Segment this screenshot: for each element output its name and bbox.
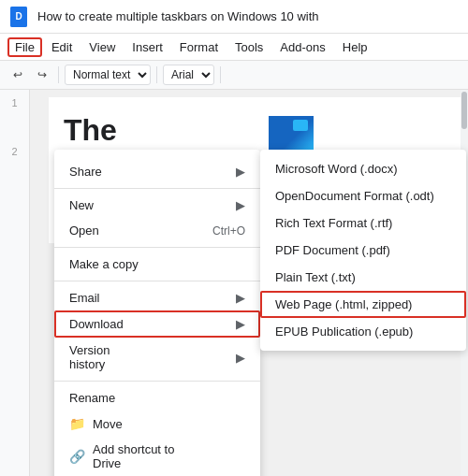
download-docx[interactable]: Microsoft Word (.docx) <box>260 155 466 182</box>
line-number-1: 1 <box>11 97 17 108</box>
undo-button[interactable]: ↩ <box>7 65 28 84</box>
download-pdf[interactable]: PDF Document (.pdf) <box>260 237 466 264</box>
file-menu-section-copy: Make a copy <box>54 248 260 281</box>
windows-club-logo <box>269 116 314 150</box>
document-title: How to create multiple taskbars on Windo… <box>37 9 319 23</box>
open-shortcut: Ctrl+O <box>212 224 245 238</box>
menu-help[interactable]: Help <box>335 37 375 57</box>
main-area: 1 2 The WindowsClub When we perform mult… <box>0 90 468 476</box>
file-menu-section-move: Rename 📁 Move 🔗 Add shortcut toDrive 🗑 M… <box>54 382 260 476</box>
download-arrow: ▶ <box>236 317 245 331</box>
file-menu-new[interactable]: New ▶ <box>54 193 260 218</box>
menu-addons[interactable]: Add-ons <box>272 37 332 57</box>
download-html[interactable]: Web Page (.html, zipped) <box>260 291 466 318</box>
move-icon: 📁 <box>69 416 85 431</box>
new-arrow: ▶ <box>236 198 245 212</box>
toolbar-divider-1 <box>58 66 59 83</box>
version-arrow: ▶ <box>236 351 245 365</box>
file-menu-version-history[interactable]: Versionhistory ▶ <box>54 338 260 377</box>
menu-format[interactable]: Format <box>172 37 226 57</box>
scroll-thumb[interactable] <box>461 92 467 129</box>
file-menu: Share ▶ New ▶ Open Ctrl+O Make a copy <box>54 150 260 476</box>
doc-icon: D <box>7 6 30 28</box>
file-menu-move[interactable]: 📁 Move <box>54 411 260 437</box>
file-menu-section-download: Email ▶ Download ▶ Versionhistory ▶ <box>54 281 260 382</box>
email-arrow: ▶ <box>236 291 245 305</box>
svg-text:D: D <box>15 11 22 22</box>
download-epub[interactable]: EPUB Publication (.epub) <box>260 318 466 345</box>
menu-insert[interactable]: Insert <box>124 37 170 57</box>
style-select[interactable]: Normal text <box>65 65 151 85</box>
file-menu-add-shortcut[interactable]: 🔗 Add shortcut toDrive <box>54 437 260 476</box>
toolbar: ↩ ↪ Normal text Arial <box>0 60 468 90</box>
font-select[interactable]: Arial <box>163 65 214 85</box>
file-menu-section-share: Share ▶ <box>54 155 260 189</box>
file-menu-download[interactable]: Download ▶ <box>54 310 260 338</box>
menu-view[interactable]: View <box>81 37 123 57</box>
file-menu-open[interactable]: Open Ctrl+O <box>54 218 260 243</box>
shortcut-icon: 🔗 <box>69 449 85 464</box>
toolbar-divider-3 <box>220 66 221 83</box>
download-submenu: Microsoft Word (.docx) OpenDocument Form… <box>260 150 466 351</box>
download-txt[interactable]: Plain Text (.txt) <box>260 264 466 291</box>
file-menu-share[interactable]: Share ▶ <box>54 159 260 184</box>
file-menu-section-new: New ▶ Open Ctrl+O <box>54 189 260 248</box>
menu-tools[interactable]: Tools <box>227 37 271 57</box>
download-rtf[interactable]: Rich Text Format (.rtf) <box>260 209 466 237</box>
menu-edit[interactable]: Edit <box>44 37 80 57</box>
redo-button[interactable]: ↪ <box>32 65 52 84</box>
file-menu-email[interactable]: Email ▶ <box>54 285 260 310</box>
file-menu-rename[interactable]: Rename <box>54 385 260 411</box>
toolbar-divider-2 <box>156 66 157 83</box>
menu-file[interactable]: File <box>7 37 42 57</box>
title-bar: D How to create multiple taskbars on Win… <box>0 0 468 34</box>
line-number-2: 2 <box>11 146 17 157</box>
download-odt[interactable]: OpenDocument Format (.odt) <box>260 182 466 209</box>
menu-bar: File Edit View Insert Format Tools Add-o… <box>0 34 468 60</box>
share-arrow: ▶ <box>236 165 245 179</box>
file-menu-make-copy[interactable]: Make a copy <box>54 252 260 277</box>
line-numbers: 1 2 <box>0 90 30 476</box>
